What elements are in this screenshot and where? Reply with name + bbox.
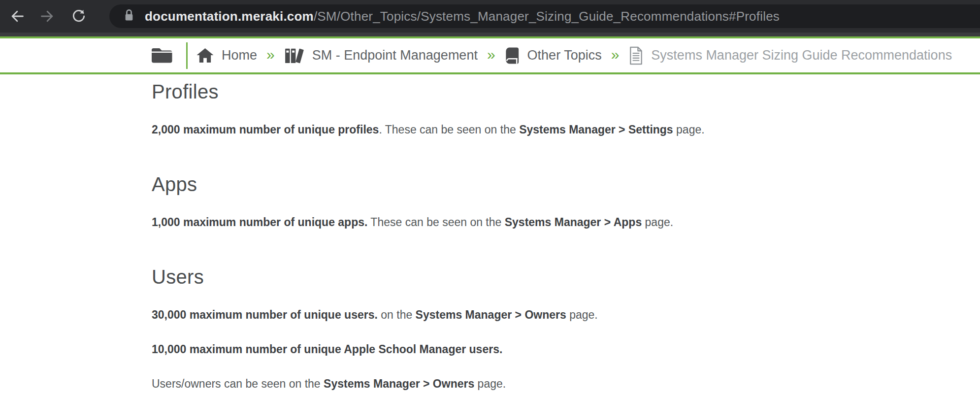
breadcrumb-other-topics-label: Other Topics [527,48,602,63]
breadcrumb-current-page-label: Systems Manager Sizing Guide Recommendat… [651,48,952,63]
page-header-strip [0,33,980,36]
users-limit-paragraph: 30,000 maximum number of unique users. o… [152,307,960,322]
green-bottom-rule [0,72,980,74]
section-profiles: Profiles 2,000 maximum number of unique … [152,79,960,137]
apps-limit-paragraph: 1,000 maximum number of unique apps. The… [152,215,960,230]
url-bar[interactable]: documentation.meraki.com/SM/Other_Topics… [109,4,980,28]
text-segment: Systems Manager > Settings [519,123,673,136]
text-segment: 2,000 maximum number of unique profiles [152,123,379,136]
text-segment: Systems Manager > Owners [324,377,474,390]
text-segment: 30,000 maximum number of unique users. [152,308,378,321]
back-arrow-icon [9,8,25,24]
section-apps: Apps 1,000 maximum number of unique apps… [152,171,960,230]
asm-users-limit-paragraph: 10,000 maximum number of unique Apple Sc… [152,342,960,357]
forward-arrow-icon [40,8,56,24]
breadcrumb-divider [186,42,188,69]
url-path: /SM/Other_Topics/Systems_Manager_Sizing_… [314,9,780,24]
text-segment: 1,000 maximum number of unique apps. [152,216,367,229]
chevron-separator-icon: » [611,46,620,63]
forward-button[interactable] [40,7,55,25]
url-domain: documentation.meraki.com [145,9,314,24]
folder-icon [151,47,173,65]
text-segment: Systems Manager > Apps [505,216,642,229]
home-icon [196,47,214,64]
breadcrumb-sm-label: SM - Endpoint Management [312,48,478,63]
text-segment: These can be seen on the [367,216,504,229]
folder-toggle-button[interactable] [151,47,173,65]
breadcrumb-sm-link[interactable]: SM - Endpoint Management [284,47,478,64]
breadcrumb: Home » SM - Endpoint Management » [0,38,980,72]
text-segment: page. [566,308,598,321]
section-heading-users: Users [152,264,960,290]
reload-icon [71,8,87,24]
text-segment: page. [673,123,705,136]
browser-window: documentation.meraki.com/SM/Other_Topics… [0,0,980,396]
browser-toolbar: documentation.meraki.com/SM/Other_Topics… [0,0,980,33]
section-heading-profiles: Profiles [152,79,960,104]
library-icon [284,47,305,64]
breadcrumb-home-label: Home [222,48,257,63]
reload-button[interactable] [71,7,86,25]
breadcrumb-current-page[interactable]: Systems Manager Sizing Guide Recommendat… [628,46,952,65]
chevron-separator-icon: » [266,46,275,63]
profiles-limit-paragraph: 2,000 maximum number of unique profiles.… [152,122,960,137]
users-owners-note-paragraph: Users/owners can be seen on the Systems … [152,376,960,391]
text-segment: Users/owners can be seen on the [152,377,324,390]
text-segment: 10,000 maximum number of unique Apple Sc… [152,343,502,356]
book-icon [505,47,520,65]
text-segment: page. [642,216,673,229]
back-button[interactable] [9,7,24,25]
text-segment: Systems Manager > Owners [416,308,566,321]
text-segment: . These can be seen on the [379,123,519,136]
section-heading-apps: Apps [152,171,960,197]
breadcrumb-home-link[interactable]: Home [196,47,257,64]
text-segment: page. [474,377,506,390]
document-icon [628,46,644,65]
url-text: documentation.meraki.com/SM/Other_Topics… [145,9,780,24]
lock-icon[interactable] [124,8,134,24]
article-content: Profiles 2,000 maximum number of unique … [0,79,980,391]
breadcrumb-other-topics-link[interactable]: Other Topics [505,47,602,65]
text-segment: on the [378,308,416,321]
section-users: Users 30,000 maximum number of unique us… [152,264,960,391]
chevron-separator-icon: » [487,46,495,63]
